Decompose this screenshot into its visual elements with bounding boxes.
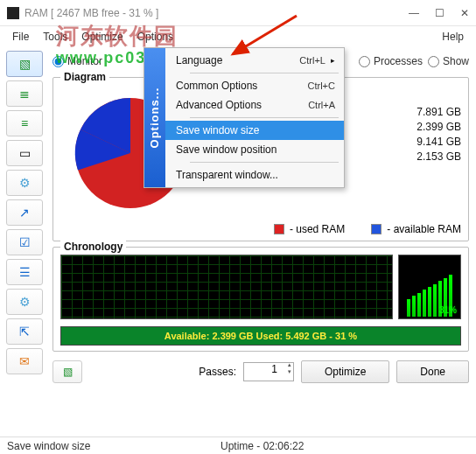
bottom-controls: ▧ Passes: 1 Optimize Done bbox=[52, 360, 469, 383]
menu-item-label: Language bbox=[176, 54, 299, 66]
ram-value-3: 2.153 GB bbox=[416, 150, 461, 163]
menu-item-transparent-window-[interactable]: Transparent window... bbox=[165, 165, 344, 185]
status-bar: Save window size Uptime - 02:06:22 bbox=[0, 437, 476, 454]
ram-value-1: 2.399 GB bbox=[416, 121, 461, 133]
sidebar-list-icon[interactable]: ≣ bbox=[6, 80, 43, 107]
menu-item-language[interactable]: LanguageCtrl+L▸ bbox=[165, 51, 344, 70]
sidebar: ▧ ≣ ≡ ▭ ⚙ ↗ ☑ ☰ ⚙ ⇱ ✉ bbox=[0, 47, 49, 437]
availability-bar: Available: 2.399 GB Used: 5.492 GB - 31 … bbox=[60, 326, 461, 346]
menu-item-common-options[interactable]: Common OptionsCtrl+C bbox=[165, 76, 344, 95]
legend-used-label: - used RAM bbox=[290, 223, 345, 235]
sidebar-gear-icon[interactable]: ⚙ bbox=[6, 289, 43, 315]
legend-available-ram: - available RAM bbox=[371, 223, 461, 235]
sidebar-monitor-icon[interactable]: ▧ bbox=[6, 51, 43, 77]
done-button[interactable]: Done bbox=[396, 360, 469, 383]
level-meter: 31% bbox=[398, 255, 461, 319]
menu-item-shortcut: Ctrl+C bbox=[308, 80, 335, 91]
menu-item-save-window-size[interactable]: Save window size bbox=[165, 121, 344, 140]
passes-spinner[interactable]: 1 bbox=[243, 362, 294, 381]
menu-item-shortcut: Ctrl+A bbox=[308, 100, 335, 110]
minimize-button[interactable]: — bbox=[409, 7, 419, 19]
menu-tools[interactable]: Tools bbox=[36, 29, 74, 45]
chart-icon[interactable]: ▧ bbox=[52, 360, 82, 383]
maximize-button[interactable]: ☐ bbox=[435, 7, 444, 19]
app-icon bbox=[7, 7, 19, 19]
chronology-box: Chronology 31% Available: 2.399 GB Used:… bbox=[52, 247, 469, 352]
optimize-button[interactable]: Optimize bbox=[301, 360, 389, 383]
sidebar-bars-icon[interactable]: ≡ bbox=[6, 110, 43, 136]
menu-options[interactable]: Options bbox=[130, 29, 180, 45]
tab-monitor-label: Monitor bbox=[67, 55, 102, 67]
submenu-arrow-icon: ▸ bbox=[331, 56, 335, 65]
menubar: File Tools Optimize Options Help bbox=[0, 26, 476, 47]
menu-item-label: Advanced Options bbox=[176, 99, 308, 111]
window-titlebar: RAM [ 2467 MB free - 31 % ] — ☐ ✕ bbox=[0, 0, 476, 26]
close-button[interactable]: ✕ bbox=[460, 7, 469, 19]
tab-show[interactable]: Show bbox=[428, 55, 469, 67]
sidebar-external-icon[interactable]: ↗ bbox=[6, 199, 43, 226]
menu-item-label: Common Options bbox=[176, 80, 308, 92]
legend-avail-label: - available RAM bbox=[387, 223, 461, 235]
menu-item-advanced-options[interactable]: Advanced OptionsCtrl+A bbox=[165, 95, 344, 115]
sidebar-chip-icon[interactable]: ▭ bbox=[6, 140, 43, 166]
chronology-legend: Chronology bbox=[60, 241, 126, 253]
swatch-red-icon bbox=[274, 224, 284, 234]
diagram-legend: Diagram bbox=[60, 71, 109, 83]
menu-file[interactable]: File bbox=[5, 29, 36, 45]
history-graph bbox=[60, 255, 393, 319]
passes-label: Passes: bbox=[199, 366, 236, 378]
tab-processes[interactable]: Processes bbox=[359, 55, 423, 67]
menu-item-label: Save window size bbox=[176, 124, 335, 136]
menu-item-label: Save window position bbox=[176, 143, 335, 156]
sidebar-mail-icon[interactable]: ✉ bbox=[6, 348, 43, 374]
window-title: RAM [ 2467 MB free - 31 % ] bbox=[24, 7, 409, 19]
ram-value-0: 7.891 GB bbox=[416, 106, 461, 118]
menu-optimize[interactable]: Optimize bbox=[74, 29, 130, 45]
legend-used-ram: - used RAM bbox=[274, 223, 345, 235]
sidebar-gears-icon[interactable]: ⚙ bbox=[6, 170, 43, 196]
dropdown-sidebar: Options... bbox=[144, 48, 165, 187]
options-dropdown: Options... LanguageCtrl+L▸Common Options… bbox=[144, 47, 345, 188]
tab-show-label: Show bbox=[443, 55, 469, 67]
dropdown-sidebar-label: Options... bbox=[149, 87, 162, 149]
ram-value-2: 9.141 GB bbox=[416, 136, 461, 148]
menu-item-shortcut: Ctrl+L bbox=[299, 55, 326, 66]
status-uptime: Uptime - 02:06:22 bbox=[90, 440, 434, 452]
menu-item-save-window-position[interactable]: Save window position bbox=[165, 140, 344, 159]
sidebar-shortcut-icon[interactable]: ⇱ bbox=[6, 318, 43, 345]
menu-help[interactable]: Help bbox=[435, 29, 471, 45]
sidebar-checklist-icon[interactable]: ☑ bbox=[6, 229, 43, 255]
tab-processes-label: Processes bbox=[374, 55, 423, 67]
tab-monitor[interactable]: Monitor bbox=[52, 55, 102, 67]
status-hint: Save window size bbox=[7, 440, 90, 452]
sidebar-tasks-icon[interactable]: ☰ bbox=[6, 259, 43, 285]
menu-item-label: Transparent window... bbox=[176, 169, 335, 181]
swatch-blue-icon bbox=[371, 224, 382, 234]
level-percent: 31% bbox=[439, 305, 457, 315]
